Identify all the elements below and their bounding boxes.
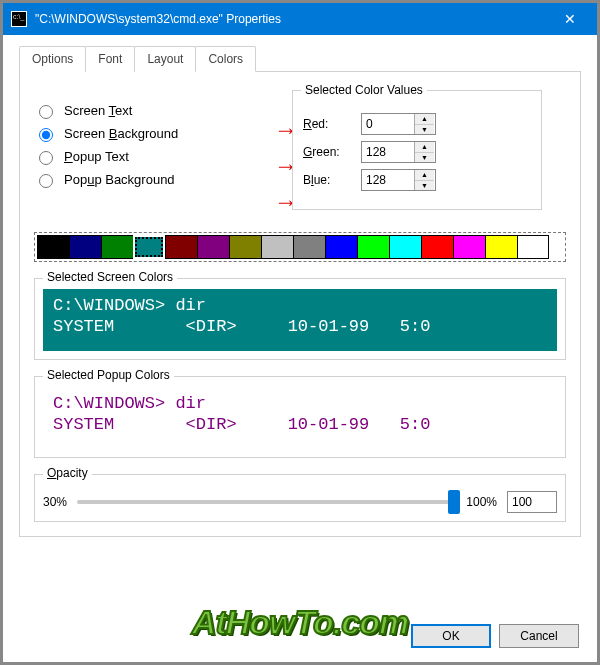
opacity-max-label: 100% <box>466 495 497 509</box>
palette-swatch[interactable] <box>69 235 101 259</box>
dialog-buttons: OK Cancel <box>411 624 579 648</box>
tab-colors[interactable]: Colors <box>195 46 256 72</box>
opacity-legend: Opacity <box>43 466 92 480</box>
tab-options[interactable]: Options <box>19 46 86 72</box>
palette-swatch[interactable] <box>133 235 165 259</box>
palette-swatch[interactable] <box>389 235 421 259</box>
popup-preview: C:\WINDOWS> dir SYSTEM <DIR> 10-01-99 5:… <box>43 387 557 449</box>
arrow-icon: → <box>274 152 294 180</box>
radio-screen-text[interactable]: Screen Text <box>34 102 254 119</box>
tab-strip: Options Font Layout Colors <box>19 45 581 72</box>
tab-panel: Screen Text Screen Background Popup Text… <box>19 72 581 537</box>
close-button[interactable]: ✕ <box>547 3 593 35</box>
spinner-up-icon[interactable]: ▲ <box>415 170 434 181</box>
radio-screen-text-input[interactable] <box>39 105 53 119</box>
palette-swatch[interactable] <box>101 235 133 259</box>
watermark: AtHowTo.com <box>192 603 408 642</box>
selected-screen-colors: Selected Screen Colors C:\WINDOWS> dir S… <box>34 278 566 360</box>
opacity-group: Opacity 30% 100% <box>34 474 566 522</box>
palette-swatch[interactable] <box>517 235 549 259</box>
color-values-legend: Selected Color Values <box>301 83 427 97</box>
red-input[interactable] <box>362 114 414 134</box>
palette-swatch[interactable] <box>485 235 517 259</box>
spinner-down-icon[interactable]: ▼ <box>415 181 434 191</box>
palette-swatch[interactable] <box>421 235 453 259</box>
content: Options Font Layout Colors Screen Text S… <box>3 35 597 537</box>
color-target-radios: Screen Text Screen Background Popup Text… <box>34 96 254 194</box>
spinner-down-icon[interactable]: ▼ <box>415 153 434 163</box>
palette-swatch[interactable] <box>325 235 357 259</box>
blue-input[interactable] <box>362 170 414 190</box>
palette-swatch[interactable] <box>261 235 293 259</box>
palette-swatch[interactable] <box>165 235 197 259</box>
selected-color-values: Selected Color Values Red: ▲▼ Green: ▲▼ <box>292 90 542 210</box>
opacity-value-input[interactable] <box>507 491 557 513</box>
screen-preview: C:\WINDOWS> dir SYSTEM <DIR> 10-01-99 5:… <box>43 289 557 351</box>
opacity-slider[interactable] <box>77 500 456 504</box>
tab-layout[interactable]: Layout <box>134 46 196 72</box>
radio-popup-text-input[interactable] <box>39 151 53 165</box>
blue-spinner[interactable]: ▲▼ <box>361 169 436 191</box>
radio-screen-background[interactable]: Screen Background <box>34 125 254 142</box>
spinner-up-icon[interactable]: ▲ <box>415 114 434 125</box>
palette-swatch[interactable] <box>37 235 69 259</box>
spinner-down-icon[interactable]: ▼ <box>415 125 434 135</box>
window-title: "C:\WINDOWS\system32\cmd.exe" Properties <box>35 12 547 26</box>
red-spinner[interactable]: ▲▼ <box>361 113 436 135</box>
arrow-icon: → <box>274 188 294 216</box>
spinner-up-icon[interactable]: ▲ <box>415 142 434 153</box>
app-icon <box>11 11 27 27</box>
radio-popup-background[interactable]: Popup Background <box>34 171 254 188</box>
palette-swatch[interactable] <box>293 235 325 259</box>
palette-swatch[interactable] <box>357 235 389 259</box>
radio-popup-background-input[interactable] <box>39 174 53 188</box>
screen-preview-legend: Selected Screen Colors <box>43 270 177 284</box>
ok-button[interactable]: OK <box>411 624 491 648</box>
radio-popup-text[interactable]: Popup Text <box>34 148 254 165</box>
tab-font[interactable]: Font <box>85 46 135 72</box>
radio-screen-background-input[interactable] <box>39 128 53 142</box>
selected-popup-colors: Selected Popup Colors C:\WINDOWS> dir SY… <box>34 376 566 458</box>
opacity-min-label: 30% <box>43 495 67 509</box>
palette-swatch[interactable] <box>229 235 261 259</box>
popup-preview-legend: Selected Popup Colors <box>43 368 174 382</box>
slider-thumb[interactable] <box>448 490 460 514</box>
cancel-button[interactable]: Cancel <box>499 624 579 648</box>
color-palette <box>34 232 566 262</box>
green-spinner[interactable]: ▲▼ <box>361 141 436 163</box>
palette-swatch[interactable] <box>197 235 229 259</box>
titlebar: "C:\WINDOWS\system32\cmd.exe" Properties… <box>3 3 597 35</box>
palette-swatch[interactable] <box>453 235 485 259</box>
green-input[interactable] <box>362 142 414 162</box>
arrow-icon: → <box>274 116 294 144</box>
